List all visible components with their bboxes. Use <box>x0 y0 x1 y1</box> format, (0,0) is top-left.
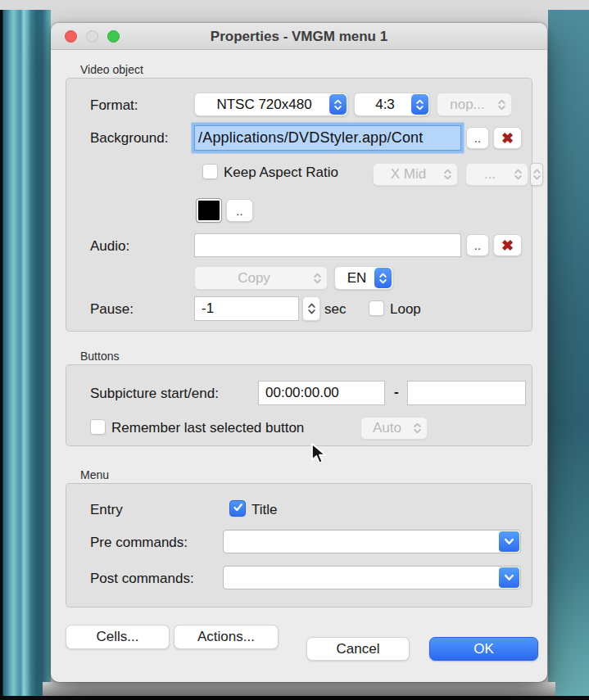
background-label: Background: <box>90 130 168 147</box>
aspect-ratio-value: 4:3 <box>355 97 410 113</box>
properties-dialog: Properties - VMGM menu 1 Video object Fo… <box>51 23 547 682</box>
cells-button[interactable]: Cells... <box>66 625 170 649</box>
chevron-up-down-icon <box>409 418 426 438</box>
entry-title-label: Title <box>251 502 278 518</box>
titlebar[interactable]: Properties - VMGM menu 1 <box>51 23 547 50</box>
format-value: NTSC 720x480 <box>195 97 328 113</box>
subpicture-start-input[interactable]: 00:00:00.00 <box>258 381 385 405</box>
keep-aspect-label: Keep Aspect Ratio <box>224 165 338 181</box>
x-icon: ✖ <box>501 129 514 147</box>
chevron-up-down-icon <box>309 268 326 288</box>
desktop-left-stripes <box>0 10 51 698</box>
chevron-down-icon[interactable] <box>499 567 519 588</box>
chevron-down-icon[interactable] <box>499 531 519 552</box>
post-commands-input[interactable] <box>223 566 521 589</box>
align-offset-spinner <box>530 163 543 186</box>
audio-format-value: Copy <box>195 270 308 287</box>
remember-button-checkbox[interactable] <box>90 419 106 435</box>
horizontal-align-select: X Mid <box>373 163 458 186</box>
menu-group-label: Menu <box>80 468 109 481</box>
loop-checkbox[interactable] <box>369 300 384 316</box>
desktop: Properties - VMGM menu 1 Video object Fo… <box>0 0 589 700</box>
subpicture-dash-label: - <box>394 384 399 400</box>
subpicture-label: Subpicture start/end: <box>90 386 219 402</box>
checkmark-icon <box>233 501 243 516</box>
aspect-ratio-select[interactable]: 4:3 <box>354 93 430 116</box>
chevron-up-down-icon <box>493 94 510 115</box>
ok-button[interactable]: OK <box>429 637 538 661</box>
sec-label: sec <box>324 301 346 318</box>
pause-label: Pause: <box>90 301 134 318</box>
keep-aspect-checkbox[interactable] <box>202 164 218 179</box>
remember-mode-select: Auto <box>360 417 428 440</box>
desktop-bottom-bar <box>0 696 589 700</box>
loop-label: Loop <box>390 301 421 318</box>
audio-label: Audio: <box>90 238 129 255</box>
background-clear-button[interactable]: ✖ <box>493 127 522 149</box>
chevron-up-down-icon <box>329 94 347 115</box>
chevron-up-down-icon <box>510 165 527 184</box>
horizontal-align-value: X Mid <box>374 166 438 183</box>
cancel-button[interactable]: Cancel <box>306 637 410 661</box>
background-selected-text: /Applications/DVDStyler.app/Cont <box>195 126 460 150</box>
audio-language-select[interactable]: EN <box>334 266 393 290</box>
entry-label: Entry <box>90 502 123 518</box>
mouse-cursor-icon <box>310 442 329 468</box>
chevron-up-down-icon <box>374 268 392 288</box>
buttons-group-label: Buttons <box>80 350 119 363</box>
vertical-align-select: ... <box>465 163 528 186</box>
color-browse-button[interactable]: .. <box>226 199 253 222</box>
background-input[interactable]: /Applications/DVDStyler.app/Cont <box>194 125 461 151</box>
audio-language-value: EN <box>335 270 374 287</box>
chevron-up-down-icon <box>411 94 428 115</box>
actions-button[interactable]: Actions... <box>174 625 279 649</box>
window-title: Properties - VMGM menu 1 <box>51 23 547 50</box>
x-icon: ✖ <box>501 237 514 255</box>
pre-commands-label: Pre commands: <box>90 535 188 551</box>
chevron-up-down-icon <box>439 165 456 184</box>
entry-title-checkbox[interactable] <box>229 500 246 517</box>
remember-button-label: Remember last selected button <box>111 420 304 436</box>
subpicture-end-input[interactable] <box>407 381 526 405</box>
background-browse-button[interactable]: .. <box>466 127 489 149</box>
audio-browse-button[interactable]: .. <box>466 234 489 256</box>
audio-input[interactable] <box>194 233 461 257</box>
pause-input[interactable]: -1 <box>194 296 299 321</box>
vertical-align-value: ... <box>466 166 509 183</box>
post-action-value: nop... <box>437 97 492 113</box>
video-object-group-label: Video object <box>80 63 143 76</box>
format-label: Format: <box>90 97 138 114</box>
color-swatch-button[interactable] <box>197 199 221 222</box>
pause-stepper[interactable] <box>302 296 320 321</box>
post-action-select: nop... <box>437 93 512 116</box>
desktop-right-stripes <box>548 10 589 698</box>
pre-commands-input[interactable] <box>223 530 521 553</box>
audio-format-select: Copy <box>194 266 328 290</box>
desktop-under-dialog-shade <box>43 682 555 697</box>
remember-mode-value: Auto <box>361 420 408 436</box>
format-select[interactable]: NTSC 720x480 <box>194 93 348 116</box>
audio-clear-button[interactable]: ✖ <box>493 234 522 256</box>
post-commands-label: Post commands: <box>90 571 194 587</box>
